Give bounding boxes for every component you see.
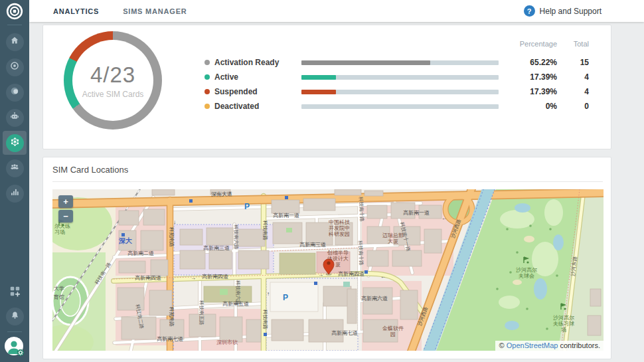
sidebar (0, 0, 29, 362)
map-label: 沙河高尔夫球会 (516, 267, 537, 279)
legend-bar-track (301, 90, 499, 94)
sessions-icon (9, 86, 20, 99)
legend-dot-3 (204, 104, 210, 109)
attribution-prefix: © (499, 341, 507, 349)
tab-sims-manager[interactable]: SIMS MANAGER (111, 7, 199, 15)
sidebar-divider (7, 25, 22, 25)
map-label: 中国科技开发院中科研发园 (328, 219, 350, 237)
legend-dot-0 (204, 60, 210, 65)
legend-percentage: 17.39% (504, 87, 557, 96)
home-icon (9, 35, 20, 48)
sidebar-item-apps[interactable] (3, 278, 27, 304)
map-label: ↓ (173, 219, 176, 225)
sidebar-item-notifications[interactable] (3, 304, 27, 329)
users-icon (9, 161, 20, 175)
map-label: P (244, 202, 250, 211)
map-label: 深圳市软 (216, 339, 238, 345)
robot-icon (9, 111, 20, 124)
zoom-in-button[interactable]: + (58, 195, 73, 208)
sidebar-item-network-active[interactable] (3, 131, 27, 155)
network-icon (9, 136, 21, 150)
map-label: → (318, 272, 323, 278)
legend-bar-track (301, 75, 499, 80)
map-label: 高新南一道 (403, 210, 430, 216)
map-label: 高新南三道 (299, 242, 326, 248)
sim-status-panel: 4/23 Active SIM Cards Percentage Total A… (42, 25, 611, 149)
legend-percentage: 0% (504, 102, 557, 111)
sidebar-item-sims[interactable] (3, 54, 27, 80)
legend-bar-track (301, 104, 499, 109)
map-label: 大学 (54, 286, 64, 292)
sidebar-item-bot[interactable] (3, 105, 27, 130)
legend-bar-fill-1 (301, 75, 336, 80)
help-and-support[interactable]: ? Help and Support (524, 5, 602, 17)
map-label: 科技南路 (262, 309, 268, 329)
legend-row-active: Active 17.39% 4 (43, 70, 611, 84)
map-attribution: © OpenStreetMap contributors. (495, 341, 604, 351)
bar-chart-icon (9, 187, 20, 200)
sidebar-item-users[interactable] (3, 155, 27, 181)
sidebar-item-analytics[interactable] (3, 181, 27, 206)
map-label: 深大 (118, 237, 132, 244)
legend-total: 4 (560, 72, 589, 82)
map-label: 高新南四道 (135, 275, 161, 281)
bell-icon (10, 310, 20, 323)
sidebar-bottom-group (3, 278, 27, 362)
map-label: 高新南七道 (331, 330, 358, 336)
map-label: 育馆 (53, 294, 64, 300)
legend-percentage: 17.39% (504, 72, 557, 82)
legend-label: Active (214, 72, 238, 82)
map-label: 高新南七道 (157, 336, 183, 342)
legend-bar-fill-2 (301, 90, 336, 94)
col-header-percentage: Percentage (497, 40, 557, 48)
sidebar-item-sessions[interactable] (3, 80, 27, 105)
map-label: ← (442, 215, 447, 221)
map-label: 科技南六路 (235, 280, 241, 306)
map-label: 科技南路 (262, 220, 268, 240)
user-avatar[interactable] (4, 336, 25, 360)
openstreetmap-link[interactable]: OpenStreetMap (507, 341, 558, 349)
legend-total: 0 (560, 102, 589, 111)
map-label: 科技南六路 (233, 224, 239, 250)
map-label: 高新南六道 (361, 296, 388, 302)
legend-bar-fill-0 (301, 60, 430, 65)
legend-label: Suspended (214, 87, 258, 96)
map-label: ↑ (267, 291, 270, 297)
map-label: 高新南三道 (203, 245, 230, 251)
map-label: 高新南四道 (202, 274, 228, 280)
map-canvas: 深南大道科苑南路科苑南路科技南路科技南路高新南一道高新南一道高新南二道高新南三道… (52, 189, 604, 351)
attribution-suffix: contributors. (558, 341, 600, 349)
col-header-total: Total (556, 40, 589, 48)
sim-locations-panel: SIM Card Locations + − © OpenStreetMap c… (42, 157, 611, 359)
sidebar-divider-bottom (7, 331, 22, 332)
apps-add-icon (6, 282, 24, 300)
map-label: 高新南二道 (127, 250, 154, 256)
sim-icon (9, 60, 20, 74)
tab-analytics[interactable]: ANALYTICS (41, 7, 111, 15)
map-label: ← (380, 274, 386, 280)
app-logo[interactable] (6, 3, 23, 22)
map-label: 高新南四道 (338, 271, 364, 277)
map[interactable]: + − © OpenStreetMap contributors. (52, 189, 604, 351)
legend-bar-track (301, 60, 499, 65)
topbar: ANALYTICS SIMS MANAGER ? Help and Suppor… (29, 0, 644, 22)
legend-row-suspended: Suspended 17.39% 4 (43, 84, 611, 99)
zoom-out-button[interactable]: − (58, 210, 73, 223)
map-label: 科技南五路 (199, 300, 204, 325)
legend-total: 4 (560, 87, 589, 96)
legend-label: Deactivated (214, 102, 259, 111)
map-label: 科苑南路 (169, 306, 175, 327)
legend-percentage: 65.22% (504, 58, 557, 67)
map-zoom-controls: + − (58, 195, 73, 223)
brand-logo-icon (6, 3, 23, 23)
panel-divider (52, 181, 603, 182)
map-label: 科苑南路 (169, 226, 175, 247)
map-label: 高新南一道 (273, 213, 299, 219)
legend-label: Activation Ready (214, 58, 279, 67)
question-icon: ? (524, 5, 535, 17)
map-label: P (283, 293, 288, 302)
legend-dot-1 (204, 74, 210, 80)
sidebar-item-home[interactable] (3, 29, 27, 54)
legend-total: 15 (560, 58, 589, 67)
legend-dot-2 (204, 89, 210, 94)
